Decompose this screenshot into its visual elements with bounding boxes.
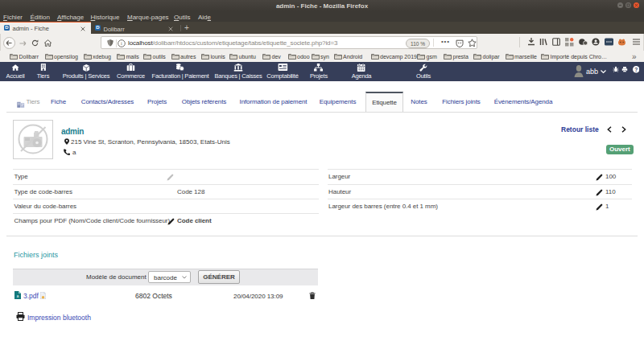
svg-text:i: i [121,40,122,46]
svg-text:?: ? [634,67,638,72]
